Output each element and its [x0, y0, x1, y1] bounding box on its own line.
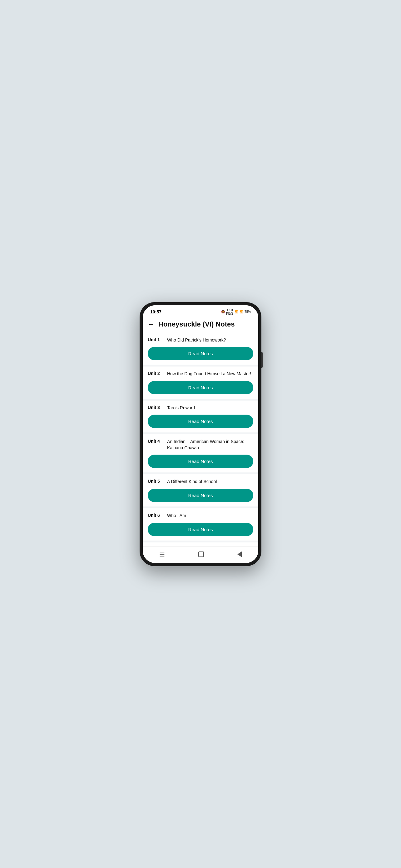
unit-label: Unit 4 [148, 439, 164, 444]
phone-frame: 10:57 🔕 12.0 KB/S 📶 📶 78% ← Honeysuckle … [140, 302, 261, 566]
read-notes-button[interactable]: Read Notes [148, 415, 253, 428]
status-icons: 🔕 12.0 KB/S 📶 📶 78% [221, 308, 251, 315]
unit-card: Unit 5 A Different Kind of School Read N… [143, 474, 258, 506]
unit-card: Unit 3 Taro's Reward Read Notes [143, 401, 258, 433]
unit-header: Unit 2 How the Dog Found Himself a New M… [148, 371, 253, 377]
unit-header: Unit 3 Taro's Reward [148, 405, 253, 411]
read-notes-button[interactable]: Read Notes [148, 489, 253, 502]
unit-label: Unit 2 [148, 371, 164, 376]
unit-header: Unit 4 An Indian – American Woman in Spa… [148, 439, 253, 451]
back-nav-icon[interactable] [237, 552, 242, 557]
status-bar: 10:57 🔕 12.0 KB/S 📶 📶 78% [143, 305, 258, 317]
back-button[interactable]: ← [148, 320, 155, 329]
status-time: 10:57 [150, 309, 162, 314]
unit-header: Unit 6 Who I Am [148, 513, 253, 519]
unit-label: Unit 6 [148, 513, 164, 518]
page-title: Honeysuckle (VI) Notes [158, 320, 235, 329]
unit-title: Who Did Patrick's Homework? [167, 337, 226, 343]
data-speed: 12.0 KB/S [226, 308, 233, 315]
unit-title: Who I Am [167, 513, 186, 519]
read-notes-button[interactable]: Read Notes [148, 523, 253, 536]
unit-card: Unit 4 An Indian – American Woman in Spa… [143, 434, 258, 472]
wifi-icon: 📶 [235, 310, 238, 313]
nav-bar: ☰ [143, 547, 258, 563]
unit-title: Taro's Reward [167, 405, 195, 411]
read-notes-button[interactable]: Read Notes [148, 455, 253, 468]
unit-card: Unit 7 Fair Play Read Notes [143, 542, 258, 547]
home-icon[interactable] [198, 552, 204, 557]
unit-label: Unit 1 [148, 337, 164, 342]
header: ← Honeysuckle (VI) Notes [143, 317, 258, 333]
unit-title: How the Dog Found Himself a New Master! [167, 371, 251, 377]
units-list: Unit 1 Who Did Patrick's Homework? Read … [143, 333, 258, 547]
unit-title: An Indian – American Woman in Space: Kal… [167, 439, 253, 451]
unit-header: Unit 1 Who Did Patrick's Homework? [148, 337, 253, 343]
signal-icon: 📶 [239, 310, 243, 313]
unit-header: Unit 5 A Different Kind of School [148, 479, 253, 485]
phone-screen: 10:57 🔕 12.0 KB/S 📶 📶 78% ← Honeysuckle … [143, 305, 258, 563]
unit-card: Unit 1 Who Did Patrick's Homework? Read … [143, 333, 258, 365]
read-notes-button[interactable]: Read Notes [148, 381, 253, 394]
read-notes-button[interactable]: Read Notes [148, 347, 253, 360]
unit-label: Unit 3 [148, 405, 164, 410]
battery-text: 78% [244, 310, 251, 313]
menu-icon[interactable]: ☰ [159, 551, 165, 558]
unit-card: Unit 2 How the Dog Found Himself a New M… [143, 367, 258, 399]
unit-card: Unit 6 Who I Am Read Notes [143, 508, 258, 540]
unit-title: A Different Kind of School [167, 479, 217, 485]
unit-label: Unit 5 [148, 479, 164, 484]
mute-icon: 🔕 [221, 310, 225, 313]
